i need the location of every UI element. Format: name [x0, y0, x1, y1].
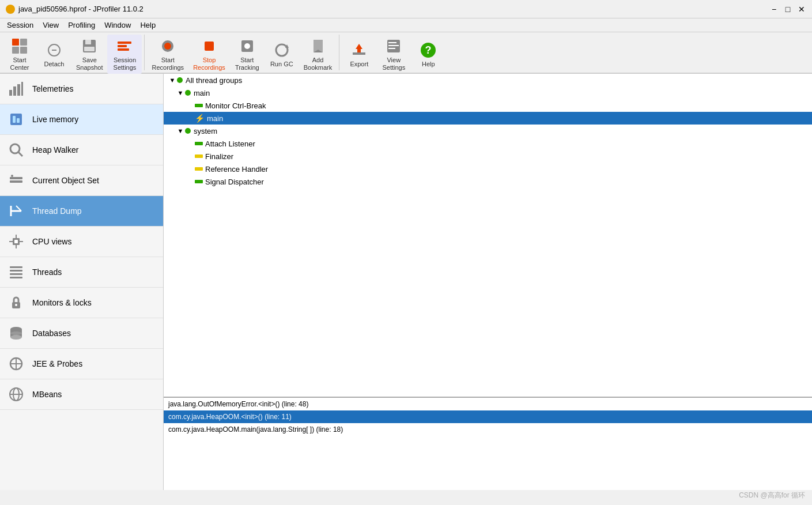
stack-trace-panel[interactable]: java.lang.OutOfMemoryError.<init>() (lin… [164, 398, 812, 490]
start-tracking-button[interactable]: StartTracking [230, 35, 265, 74]
view-settings-icon [384, 37, 403, 55]
svg-rect-38 [10, 180, 22, 183]
expander-system-group[interactable]: ▼ [176, 127, 184, 134]
system-group-dot [184, 127, 191, 134]
expander-all-thread-groups[interactable]: ▼ [168, 77, 176, 84]
sidebar-item-cpu-views[interactable]: CPU views [0, 227, 163, 257]
tree-row-reference-handler[interactable]: Reference Handler [164, 163, 812, 175]
sidebar-item-mbeans[interactable]: MBeans [0, 379, 163, 410]
svg-rect-71 [195, 167, 203, 171]
sidebar-item-live-memory[interactable]: Live memory [0, 104, 163, 135]
sidebar-item-monitors-locks[interactable]: Monitors & locks [0, 288, 163, 318]
minimize-button[interactable]: − [769, 5, 779, 14]
menu-view[interactable]: View [38, 20, 63, 31]
sidebar-item-heap-walker[interactable]: Heap Walker [0, 135, 163, 165]
tree-row-signal-dispatcher[interactable]: Signal Dispatcher [164, 175, 812, 188]
svg-rect-49 [10, 266, 22, 268]
monitor-ctrl-break-icon [195, 103, 203, 108]
help-icon: ? [419, 41, 437, 59]
mbeans-icon [7, 385, 25, 404]
svg-rect-70 [195, 154, 203, 158]
signal-dispatcher-label: Signal Dispatcher [205, 178, 264, 186]
svg-rect-19 [353, 52, 365, 55]
tree-row-monitor-ctrl-break[interactable]: Monitor Ctrl-Break [164, 99, 812, 112]
detach-icon [45, 41, 63, 59]
thread-tree[interactable]: ▼ All thread groups ▼ main [164, 74, 812, 398]
start-center-icon [10, 37, 29, 55]
add-bookmark-button[interactable]: AddBookmark [299, 35, 337, 74]
reference-handler-label: Reference Handler [205, 165, 268, 174]
session-settings-button[interactable]: SessionSettings [107, 35, 142, 74]
toolbar-session-items: StartCenter Detach [2, 35, 142, 74]
add-bookmark-icon [309, 37, 327, 55]
start-recordings-icon [158, 37, 177, 55]
svg-point-15 [244, 43, 250, 49]
sidebar-item-jee-probes[interactable]: JEE & Probes [0, 349, 163, 379]
menu-bar: Session View Profiling Window Help [0, 18, 812, 32]
sidebar-item-databases[interactable]: Databases [0, 318, 163, 349]
close-button[interactable]: ✕ [797, 5, 806, 14]
stack-row-2[interactable]: com.cy.java.HeapOOM.main(java.lang.Strin… [164, 423, 812, 436]
svg-rect-1 [20, 39, 27, 46]
svg-rect-51 [10, 273, 22, 275]
start-center-label: StartCenter [10, 56, 29, 71]
main-thread-lightning: ⚡ [195, 114, 205, 123]
stop-recordings-button[interactable]: StopRecordings [188, 35, 230, 74]
tree-row-attach-listener[interactable]: Attach Listener [164, 137, 812, 150]
tree-row-finalizer[interactable]: Finalizer [164, 150, 812, 163]
main-group-label: main [194, 89, 210, 97]
telemetries-icon [7, 80, 25, 98]
sidebar-item-telemetries[interactable]: Telemetries [0, 74, 163, 104]
start-recordings-button[interactable]: StartRecordings [147, 35, 188, 74]
sidebar-item-thread-dump[interactable]: Thread Dump [0, 196, 163, 227]
stack-row-1[interactable]: com.cy.java.HeapOOM.<init>() (line: 11) [164, 410, 812, 423]
view-settings-button[interactable]: ViewSettings [376, 35, 411, 74]
start-tracking-label: StartTracking [235, 56, 259, 71]
tree-row-all-thread-groups[interactable]: ▼ All thread groups [164, 74, 812, 86]
maximize-button[interactable]: □ [783, 5, 792, 14]
sidebar-item-threads[interactable]: Threads [0, 257, 163, 288]
signal-dispatcher-icon [195, 179, 203, 184]
telemetries-label: Telemetries [32, 84, 74, 93]
run-gc-button[interactable]: Run GC [265, 35, 299, 74]
svg-rect-34 [17, 118, 20, 123]
stack-row-0[interactable]: java.lang.OutOfMemoryError.<init>() (lin… [164, 398, 812, 410]
svg-point-58 [10, 331, 22, 335]
tree-row-system-group[interactable]: ▼ system [164, 125, 812, 137]
menu-help[interactable]: Help [135, 20, 160, 31]
svg-rect-30 [17, 84, 20, 96]
export-label: Export [350, 61, 368, 68]
tree-row-main-group[interactable]: ▼ main [164, 86, 812, 99]
heap-walker-icon [7, 141, 25, 159]
start-recordings-label: StartRecordings [152, 56, 184, 71]
finalizer-label: Finalizer [205, 152, 233, 161]
attach-listener-label: Attach Listener [205, 140, 255, 148]
add-bookmark-label: AddBookmark [304, 56, 333, 71]
svg-rect-67 [195, 104, 203, 107]
tree-row-main-thread[interactable]: ⚡ main [164, 112, 812, 125]
svg-point-68 [185, 128, 191, 134]
save-snapshot-button[interactable]: SaveSnapshot [71, 35, 107, 74]
menu-session[interactable]: Session [2, 20, 38, 31]
content-area: ▼ All thread groups ▼ main [164, 74, 812, 490]
expander-main-group[interactable]: ▼ [176, 89, 184, 96]
svg-rect-10 [118, 48, 129, 51]
help-button[interactable]: ? Help [411, 35, 445, 74]
detach-button[interactable]: Detach [37, 35, 71, 74]
svg-rect-52 [10, 277, 22, 278]
menu-window[interactable]: Window [100, 20, 135, 31]
svg-rect-28 [9, 90, 12, 96]
svg-rect-33 [13, 116, 16, 123]
start-center-button[interactable]: StartCenter [2, 35, 37, 74]
svg-rect-6 [85, 40, 91, 44]
jee-probes-icon [7, 355, 25, 373]
export-button[interactable]: Export [342, 35, 376, 74]
finalizer-icon [195, 154, 203, 159]
menu-profiling[interactable]: Profiling [63, 20, 100, 31]
svg-rect-21 [357, 49, 361, 52]
sidebar-item-current-object-set[interactable]: Current Object Set [0, 165, 163, 196]
svg-line-36 [18, 152, 22, 156]
stop-recordings-label: StopRecordings [193, 56, 225, 71]
svg-rect-44 [14, 240, 18, 243]
app-icon [6, 5, 15, 14]
